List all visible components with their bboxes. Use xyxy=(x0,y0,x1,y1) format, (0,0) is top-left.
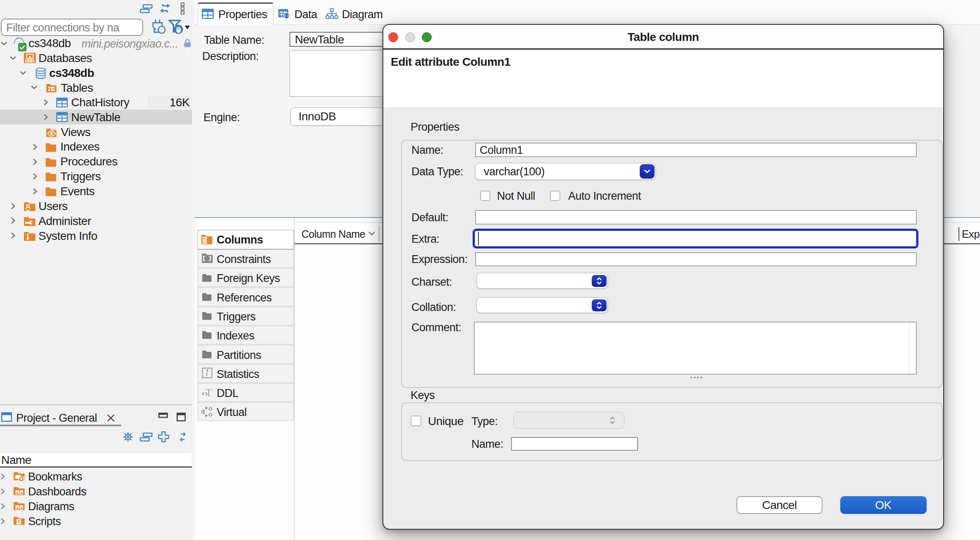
svg-text:T: T xyxy=(206,387,212,398)
